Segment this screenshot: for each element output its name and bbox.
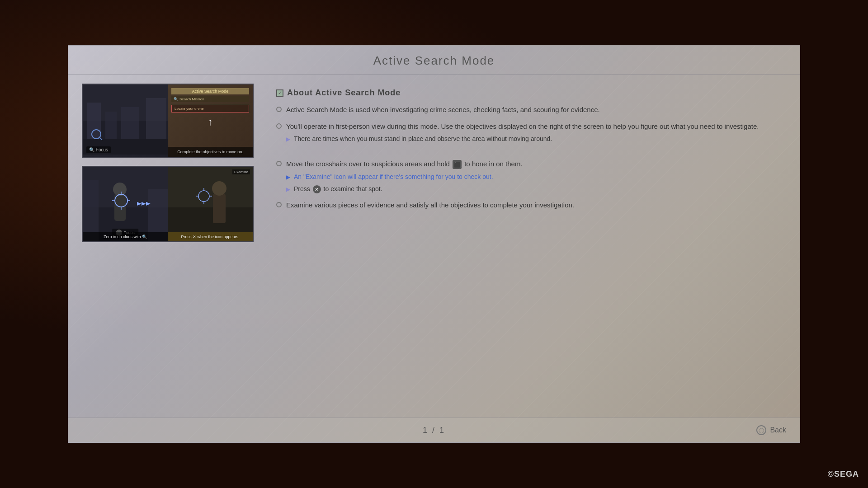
sub-bullet-3b: ▶ Press ✕ to examine that spot. [286,184,523,194]
x-button-icon: ✕ [313,185,321,193]
bullet-dot-2 [276,123,282,129]
back-circle-icon: ◯ [756,425,766,435]
sub-bullet-3a: ▶ An "Examine" icon will appear if there… [286,172,523,182]
ss-focus-label: 🔍 Focus [86,146,111,153]
search-icon: 🔍 [174,97,178,101]
ss-top-caption: Complete the objectives to move on. [168,147,253,157]
dialog-footer: 1 / 1 ◯ Back [68,418,800,442]
section-header: ✓ About Active Search Mode [276,88,777,98]
bullet-text-2: You'll operate in first-person view duri… [286,122,759,144]
dialog-header: Active Search Mode [68,46,800,75]
screenshot-top: 🔍 Focus Active Search Mode 🔍 Search Miss… [82,84,254,158]
svg-point-26 [212,181,226,196]
right-panel: ✓ About Active Search Mode Active Search… [267,84,786,417]
bullet-dot-4 [276,202,282,207]
svg-rect-11 [114,194,126,221]
bullet-dot-1 [276,107,282,112]
ss-objective-box: Locate your drone [171,105,249,113]
bullet-item-1: Active Search Mode is used when investig… [276,105,777,115]
bullet-list: Active Search Mode is used when investig… [276,105,777,210]
back-label: Back [770,426,786,434]
svg-rect-25 [213,194,226,223]
page-indicator: 1 / 1 [423,426,445,435]
bullet-text-1: Active Search Mode is used when investig… [286,105,600,115]
left-panel: 🔍 Focus Active Search Mode 🔍 Search Miss… [82,84,254,417]
ss-bottom-left: 🎮 Focus Zero in on clues with 🔍 [83,167,168,241]
ss-search-bar: 🔍 Search Mission [171,96,249,102]
sub-arrow-3a: ▶ [286,173,290,182]
bullet-dot-3 [276,161,282,166]
ss-bottom-caption-right: Press ✕ when the icon appears. [168,232,253,241]
ss-examine-label: Examine [232,169,250,174]
bullet-item-3: Move the crosshairs over to suspicious a… [276,159,777,194]
dialog-title: Active Search Mode [373,54,495,67]
section-title: About Active Search Mode [287,88,401,98]
bullet-item-4: Examine various pieces of evidence and s… [276,200,777,211]
ss-bottom-caption-left: Zero in on clues with 🔍 [83,232,168,241]
dialog-body: 🔍 Focus Active Search Mode 🔍 Search Miss… [68,75,800,426]
ss-right-panel: Active Search Mode 🔍 Search Mission Loca… [168,84,253,157]
controller-btn-icon: ⬛ [453,160,462,169]
section-checkbox: ✓ [276,89,283,97]
sub-bullet-2a: ▶ There are times when you must stand in… [286,134,759,144]
sub-arrow-2a: ▶ [286,135,290,144]
screenshot-top-area: 🔍 Focus Active Search Mode 🔍 Search Miss… [83,84,253,157]
ss-header-bar: Active Search Mode [171,88,249,94]
screenshot-bottom-area: 🎮 Focus Zero in on clues with 🔍 [83,167,253,241]
ss-left-scene: 🔍 Focus [83,84,168,157]
bullet-text-4: Examine various pieces of evidence and s… [286,200,574,211]
dialog-container: Active Search Mode [68,45,800,443]
spacer [276,150,777,159]
sub-arrow-3b: ▶ [286,185,290,194]
screenshot-bottom: 🎮 Focus Zero in on clues with 🔍 [82,166,254,242]
bullet-item-2: You'll operate in first-person view duri… [276,122,777,144]
back-button[interactable]: ◯ Back [756,425,786,435]
ss-arrow-up: ↑ [171,116,249,128]
ss-bottom-right: Examine Press ✕ when the icon appears. [168,167,253,241]
sega-logo: ©SEGA [828,469,859,479]
bullet-text-3: Move the crosshairs over to suspicious a… [286,159,523,194]
